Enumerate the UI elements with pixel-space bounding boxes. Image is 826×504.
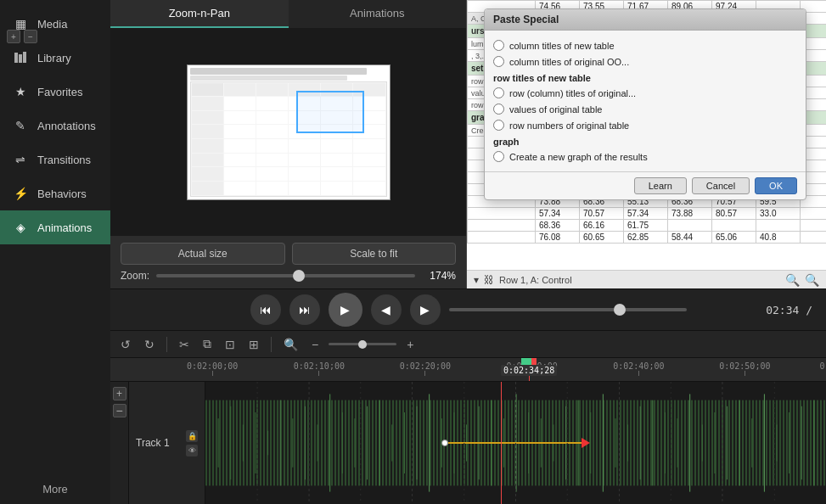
sidebar-item-animations[interactable]: ◈ Animations bbox=[0, 210, 110, 244]
sidebar-item-favorites[interactable]: ★ Favorites bbox=[0, 75, 110, 109]
library-icon bbox=[12, 49, 29, 66]
paste-icon[interactable]: ⊡ bbox=[222, 336, 239, 353]
svg-rect-38 bbox=[615, 418, 615, 468]
dialog-option-col-titles-new[interactable]: column titles of new table bbox=[493, 37, 797, 53]
timeline-zoom-slider[interactable] bbox=[329, 343, 396, 345]
sidebar-item-library[interactable]: Library bbox=[0, 41, 110, 75]
sidebar-more-button[interactable]: More bbox=[0, 474, 110, 504]
progress-track[interactable] bbox=[449, 308, 687, 311]
zoom-thumb[interactable] bbox=[293, 270, 305, 282]
dialog-option-row-col-titles[interactable]: row (column) titles of original... bbox=[493, 85, 797, 101]
dialog-body: column titles of new table column titles… bbox=[485, 31, 806, 171]
sidebar: ▦ Media Library ★ Favorites ✎ Annotation… bbox=[0, 0, 110, 504]
track-lock-icon[interactable]: 🔒 bbox=[186, 430, 198, 442]
ruler-mark-6: 0:03:00;00 bbox=[819, 358, 826, 376]
sidebar-item-label: Annotations bbox=[37, 120, 96, 132]
zoom-value: 174% bbox=[422, 270, 456, 282]
snap-icon[interactable]: ⊞ bbox=[245, 336, 262, 353]
size-buttons: Actual size Scale to fit bbox=[121, 243, 456, 265]
svg-rect-21 bbox=[404, 412, 405, 473]
radio-label: values of original table bbox=[509, 104, 602, 115]
learn-button[interactable]: Learn bbox=[634, 177, 687, 194]
radio-label: column titles of new table bbox=[509, 41, 615, 51]
motion-line bbox=[448, 442, 582, 444]
sidebar-item-annotations[interactable]: ✎ Annotations bbox=[0, 109, 110, 143]
track-1-label: Track 1 🔒 👁 bbox=[129, 382, 205, 504]
svg-rect-50 bbox=[764, 394, 765, 491]
svg-rect-54 bbox=[813, 400, 814, 486]
svg-rect-53 bbox=[801, 406, 802, 479]
sidebar-item-label: Behaviors bbox=[37, 188, 87, 200]
timeline-zoom-thumb[interactable] bbox=[358, 340, 367, 349]
radio-values[interactable] bbox=[493, 104, 504, 115]
sheet-statusbar: ▾ ⛓ Row 1, A: Control 🔍 🔍 bbox=[467, 270, 826, 288]
actual-size-button[interactable]: Actual size bbox=[121, 243, 285, 265]
timecode-ruler: 0:02:34;28 0:02:00;00 0:02:10;00 0:02:20… bbox=[110, 358, 826, 382]
playhead-flag bbox=[521, 358, 537, 365]
svg-rect-41 bbox=[652, 400, 653, 486]
zoom-out-icon[interactable]: 🔍 bbox=[280, 336, 301, 353]
svg-rect-2 bbox=[23, 52, 26, 63]
play-button[interactable]: ▶ bbox=[329, 293, 362, 327]
svg-rect-46 bbox=[714, 412, 715, 473]
scale-to-fit-button[interactable]: Scale to fit bbox=[292, 243, 457, 265]
dialog-option-values[interactable]: values of original table bbox=[493, 101, 797, 117]
svg-rect-49 bbox=[751, 418, 752, 468]
track-icons: 🔒 👁 bbox=[186, 430, 198, 456]
track-1-content: generate waveform bbox=[205, 382, 826, 504]
svg-rect-14 bbox=[317, 424, 318, 461]
zoom-in-icon[interactable]: 🔍 bbox=[785, 273, 800, 287]
tab-animations[interactable]: Animations bbox=[289, 0, 467, 28]
sidebar-item-label: Animations bbox=[37, 221, 92, 234]
dialog-option-graph[interactable]: Create a new graph of the results bbox=[493, 148, 797, 165]
radio-col-titles-orig[interactable] bbox=[493, 56, 504, 67]
cancel-button[interactable]: Cancel bbox=[692, 177, 750, 194]
next-frame-button[interactable]: ▶ bbox=[410, 294, 441, 325]
undo-icon[interactable]: ↺ bbox=[117, 336, 134, 353]
zoom-slider[interactable] bbox=[156, 274, 415, 277]
preview-image bbox=[187, 64, 391, 200]
step-forward-button[interactable]: ⏭ bbox=[289, 294, 320, 325]
panel-tabs: Zoom-n-Pan Animations bbox=[110, 0, 466, 28]
ruler-mark-1: 0:02:10;00 bbox=[294, 358, 345, 376]
redo-icon[interactable]: ↻ bbox=[141, 336, 158, 353]
progress-thumb[interactable] bbox=[614, 304, 626, 316]
dialog-option-row-numbers[interactable]: row numbers of original table bbox=[493, 117, 797, 133]
toolbar-separator-2 bbox=[271, 337, 272, 352]
link-icon: ⛓ bbox=[484, 274, 494, 286]
svg-rect-22 bbox=[417, 406, 418, 479]
ok-button[interactable]: OK bbox=[755, 177, 797, 194]
radio-label: row (column) titles of original... bbox=[509, 88, 636, 98]
zoom-out-icon[interactable]: 🔍 bbox=[805, 273, 819, 287]
radio-label: Create a new graph of the results bbox=[509, 152, 648, 162]
radio-row-numbers[interactable] bbox=[493, 120, 504, 131]
playhead-marker: 0:02:34;28 bbox=[501, 358, 557, 382]
svg-rect-51 bbox=[777, 424, 778, 461]
zoom-row: Zoom: 174% bbox=[121, 270, 456, 282]
sidebar-item-label: Library bbox=[37, 52, 71, 64]
svg-rect-44 bbox=[689, 394, 690, 491]
playback-controls: ⏮ ⏭ ▶ ◀ ▶ 02:34 / bbox=[110, 288, 826, 331]
toolbar-separator bbox=[166, 337, 167, 352]
cut-icon[interactable]: ✂ bbox=[176, 336, 193, 353]
prev-frame-button[interactable]: ◀ bbox=[371, 294, 402, 325]
add-track-button[interactable]: + bbox=[113, 387, 126, 400]
zoom-plus-icon[interactable]: + bbox=[403, 336, 417, 353]
dialog-option-col-titles-orig[interactable]: column titles of original OO... bbox=[493, 53, 797, 70]
track-eye-icon[interactable]: 👁 bbox=[186, 445, 198, 456]
tab-zoom-n-pan[interactable]: Zoom-n-Pan bbox=[110, 0, 289, 28]
motion-path bbox=[441, 438, 590, 448]
remove-track-button[interactable]: − bbox=[113, 404, 126, 417]
sidebar-item-transitions[interactable]: ⇌ Transitions bbox=[0, 143, 110, 176]
radio-row-col-titles[interactable] bbox=[493, 87, 504, 98]
keyframe-end bbox=[582, 438, 590, 448]
radio-col-titles-new[interactable] bbox=[493, 40, 504, 51]
svg-rect-45 bbox=[702, 424, 703, 461]
dropdown-icon[interactable]: ▾ bbox=[474, 274, 479, 286]
sidebar-item-behaviors[interactable]: ⚡ Behaviors bbox=[0, 176, 110, 210]
copy-icon[interactable]: ⧉ bbox=[199, 335, 215, 353]
radio-graph[interactable] bbox=[493, 151, 504, 162]
zoom-minus-icon[interactable]: − bbox=[308, 336, 322, 353]
svg-rect-18 bbox=[367, 406, 368, 479]
rewind-button[interactable]: ⏮ bbox=[250, 294, 281, 325]
